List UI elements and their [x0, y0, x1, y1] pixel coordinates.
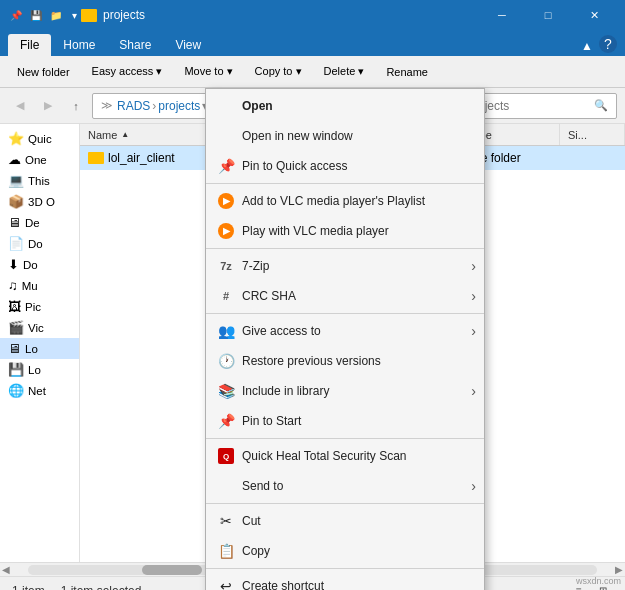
sidebar-3d-label: 3D O — [28, 196, 55, 208]
music-icon: ♫ — [8, 278, 18, 293]
ctx-copy[interactable]: 📋 Copy — [206, 536, 484, 566]
ctx-vlc-playlist[interactable]: ▶ Add to VLC media player's Playlist — [206, 186, 484, 216]
sidebar-item-videos[interactable]: 🎬 Vic — [0, 317, 79, 338]
sidebar-downloads-label: Do — [23, 259, 38, 271]
ctx-open-icon — [216, 96, 236, 116]
maximize-button[interactable]: □ — [525, 0, 571, 30]
ctx-restore[interactable]: 🕐 Restore previous versions — [206, 346, 484, 376]
ribbon-rename[interactable]: Rename — [377, 62, 437, 82]
ctx-include-lib-icon: 📚 — [216, 381, 236, 401]
ribbon-content: New folder Easy access ▾ Move to ▾ Copy … — [0, 56, 625, 88]
breadcrumb-rads[interactable]: RADS — [117, 99, 150, 113]
scroll-thumb[interactable] — [142, 565, 202, 575]
sidebar-desktop-label: De — [25, 217, 40, 229]
ctx-7zip[interactable]: 7z 7-Zip — [206, 251, 484, 281]
scroll-right-button[interactable]: ▶ — [613, 564, 625, 575]
ctx-open-new-window[interactable]: Open in new window — [206, 121, 484, 151]
scroll-left-button[interactable]: ◀ — [0, 564, 12, 575]
ctx-divider-3 — [206, 313, 484, 314]
breadcrumb-arrow-icon: ≫ — [101, 99, 113, 112]
sidebar-item-thispc[interactable]: 💻 This — [0, 170, 79, 191]
ctx-vlc-play[interactable]: ▶ Play with VLC media player — [206, 216, 484, 246]
ctx-restore-icon: 🕐 — [216, 351, 236, 371]
ctx-divider-2 — [206, 248, 484, 249]
save-icon: 💾 — [28, 7, 44, 23]
sidebar-item-quick[interactable]: ⭐ Quic — [0, 128, 79, 149]
sidebar-onedrive-label: One — [25, 154, 47, 166]
tab-share[interactable]: Share — [107, 34, 163, 56]
sidebar-documents-label: Do — [28, 238, 43, 250]
documents-icon: 📄 — [8, 236, 24, 251]
videos-icon: 🎬 — [8, 320, 24, 335]
sidebar-localdisk2-label: Lo — [28, 364, 41, 376]
folder-icon — [81, 9, 97, 22]
sidebar-localdisk-label: Lo — [25, 343, 38, 355]
item-count: 1 item — [12, 584, 45, 591]
sidebar-pictures-label: Pic — [25, 301, 41, 313]
watermark: wsxdn.com — [576, 576, 621, 586]
ctx-crcsha-icon: # — [216, 286, 236, 306]
sidebar-item-network[interactable]: 🌐 Net — [0, 380, 79, 401]
title-bar-arrow: ▾ — [72, 10, 77, 21]
thispc-icon: 💻 — [8, 173, 24, 188]
ribbon-move-to[interactable]: Move to ▾ — [175, 61, 241, 82]
forward-button: ▶ — [36, 94, 60, 118]
sidebar-item-desktop[interactable]: 🖥 De — [0, 212, 79, 233]
pin-icon: 📌 — [8, 7, 24, 23]
up-button[interactable]: ↑ — [64, 94, 88, 118]
ribbon-tabs: File Home Share View ▲ ? — [0, 30, 625, 56]
localdisk2-icon: 💾 — [8, 362, 24, 377]
ribbon-collapse-icon[interactable]: ▲ — [581, 39, 593, 53]
ctx-pin-quick[interactable]: 📌 Pin to Quick access — [206, 151, 484, 181]
sidebar-item-local-disk2[interactable]: 💾 Lo — [0, 359, 79, 380]
tab-home[interactable]: Home — [51, 34, 107, 56]
breadcrumb-sep: › — [152, 99, 156, 113]
ctx-open[interactable]: Open — [206, 91, 484, 121]
file-name-label: lol_air_client — [108, 151, 175, 165]
ctx-cut[interactable]: ✂ Cut — [206, 506, 484, 536]
help-icon[interactable]: ? — [599, 35, 617, 53]
ctx-quick-heal[interactable]: Q Quick Heal Total Security Scan — [206, 441, 484, 471]
sidebar-videos-label: Vic — [28, 322, 44, 334]
sidebar-network-label: Net — [28, 385, 46, 397]
ctx-pin-start[interactable]: 📌 Pin to Start — [206, 406, 484, 436]
ctx-create-shortcut[interactable]: ↩ Create shortcut — [206, 571, 484, 590]
back-button: ◀ — [8, 94, 32, 118]
ctx-copy-icon: 📋 — [216, 541, 236, 561]
sidebar-item-downloads[interactable]: ⬇ Do — [0, 254, 79, 275]
close-button[interactable]: ✕ — [571, 0, 617, 30]
tab-view[interactable]: View — [163, 34, 213, 56]
ctx-divider-5 — [206, 503, 484, 504]
minimize-button[interactable]: ─ — [479, 0, 525, 30]
ctx-pin-start-icon: 📌 — [216, 411, 236, 431]
ctx-divider-1 — [206, 183, 484, 184]
sidebar-item-local-disk[interactable]: 🖥 Lo — [0, 338, 79, 359]
ctx-open-new-icon — [216, 126, 236, 146]
3d-icon: 📦 — [8, 194, 24, 209]
ctx-include-lib[interactable]: 📚 Include in library — [206, 376, 484, 406]
tab-file[interactable]: File — [8, 34, 51, 56]
ribbon-easy-access[interactable]: Easy access ▾ — [83, 61, 172, 82]
sidebar-item-onedrive[interactable]: ☁ One — [0, 149, 79, 170]
ctx-give-access[interactable]: 👥 Give access to — [206, 316, 484, 346]
col-size-header[interactable]: Si... — [560, 124, 625, 145]
ctx-7zip-icon: 7z — [216, 256, 236, 276]
ctx-shortcut-icon: ↩ — [216, 576, 236, 590]
ctx-send-to[interactable]: Send to — [206, 471, 484, 501]
ctx-crcsha[interactable]: # CRC SHA — [206, 281, 484, 311]
breadcrumb-projects[interactable]: projects — [158, 99, 200, 113]
ribbon-new-folder[interactable]: New folder — [8, 62, 79, 82]
ctx-divider-4 — [206, 438, 484, 439]
sidebar-item-3d[interactable]: 📦 3D O — [0, 191, 79, 212]
window-controls: ─ □ ✕ — [479, 0, 617, 30]
sidebar-item-documents[interactable]: 📄 Do — [0, 233, 79, 254]
context-menu: Open Open in new window 📌 Pin to Quick a… — [205, 88, 485, 590]
sidebar-item-pictures[interactable]: 🖼 Pic — [0, 296, 79, 317]
sidebar: ⭐ Quic ☁ One 💻 This 📦 3D O 🖥 De 📄 Do ⬇ D… — [0, 124, 80, 562]
localdisk-icon: 🖥 — [8, 341, 21, 356]
ctx-pin-quick-icon: 📌 — [216, 156, 236, 176]
ribbon-delete[interactable]: Delete ▾ — [315, 61, 374, 82]
ribbon-copy-to[interactable]: Copy to ▾ — [246, 61, 311, 82]
network-icon: 🌐 — [8, 383, 24, 398]
sidebar-item-music[interactable]: ♫ Mu — [0, 275, 79, 296]
